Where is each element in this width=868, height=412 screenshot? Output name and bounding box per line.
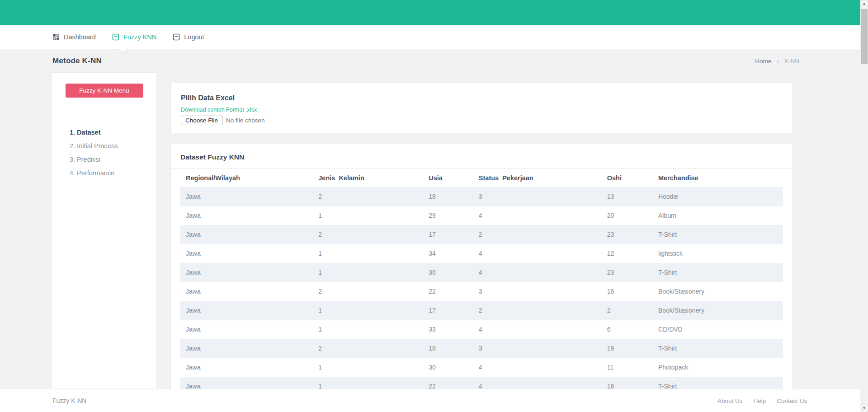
- main-navbar: Dashboard Fuzzy KNN Logout: [0, 25, 868, 49]
- table-cell: 18: [423, 339, 473, 358]
- table-cell: Album: [653, 206, 783, 225]
- table-row: Jawa134412lightstick: [180, 244, 783, 263]
- footer-link-about-us[interactable]: About Us: [717, 398, 743, 404]
- table-cell: Photopack: [653, 358, 783, 377]
- table-cell: 4: [473, 263, 602, 282]
- dataset-table: Regional/Wilayah Jenis_Kelamin Usia Stat…: [180, 169, 783, 396]
- table-cell: 6: [602, 320, 653, 339]
- table-cell: 2: [313, 282, 423, 301]
- breadcrumb-current: K-NN: [784, 58, 799, 65]
- table-cell: 12: [602, 244, 653, 263]
- table-cell: CD/DVD: [653, 320, 783, 339]
- table-cell: Book/Stasionery: [653, 282, 783, 301]
- table-cell: Jawa: [180, 301, 313, 320]
- footer-link-contact-us[interactable]: Contact Us: [777, 398, 807, 404]
- table-cell: 2: [313, 187, 423, 206]
- download-format-link[interactable]: Download contoh Format .xlsx: [181, 107, 257, 113]
- upload-card-title: Pilih Data Excel: [181, 94, 783, 102]
- logout-icon: [173, 33, 180, 41]
- chevron-right-icon: ›: [777, 57, 779, 65]
- app-header-bar: [0, 0, 868, 25]
- scrollbar-up-arrow-icon[interactable]: ▲: [860, 0, 868, 8]
- table-cell: Jawa: [180, 320, 313, 339]
- nav-item-label: Dashboard: [64, 33, 96, 41]
- scrollbar-thumb[interactable]: [861, 9, 868, 64]
- table-cell: 29: [423, 206, 473, 225]
- table-cell: 1: [313, 358, 423, 377]
- table-cell: 3: [473, 282, 602, 301]
- dashboard-grid-icon: [52, 33, 60, 41]
- table-cell: 17: [423, 225, 473, 244]
- choose-file-button[interactable]: Choose File: [181, 116, 222, 125]
- column-header: Jenis_Kelamin: [313, 169, 423, 187]
- dataset-card: Dataset Fuzzy KNN Regional/Wilayah Jenis…: [170, 144, 793, 412]
- sidebar-item-prediksi[interactable]: 3. Prediksi: [52, 153, 156, 166]
- dataset-card-title: Dataset Fuzzy KNN: [171, 144, 793, 169]
- table-cell: 17: [423, 301, 473, 320]
- scrollbar-track[interactable]: ▲ ▼: [860, 0, 868, 412]
- table-cell: T-Shirt: [653, 225, 783, 244]
- table-row: Jawa130411Photopack: [180, 358, 783, 377]
- table-cell: T-Shirt: [653, 263, 783, 282]
- table-cell: 2: [473, 301, 602, 320]
- upload-card: Pilih Data Excel Download contoh Format …: [170, 83, 793, 133]
- table-cell: 4: [473, 206, 602, 225]
- nav-item-logout[interactable]: Logout: [173, 33, 204, 41]
- table-row: Jawa13346CD/DVD: [180, 320, 783, 339]
- table-row: Jawa218319T-Shirt: [180, 339, 783, 358]
- nav-item-fuzzy-knn[interactable]: Fuzzy KNN: [112, 33, 156, 41]
- table-cell: Jawa: [180, 358, 313, 377]
- table-row: Jawa217223T-Shirt: [180, 225, 783, 244]
- table-cell: 4: [473, 320, 602, 339]
- column-header: Status_Pekerjaan: [473, 169, 602, 187]
- table-cell: 1: [313, 301, 423, 320]
- footer-link-help[interactable]: Help: [753, 398, 766, 404]
- breadcrumb: Home › K-NN: [755, 57, 799, 65]
- table-cell: 1: [313, 244, 423, 263]
- table-cell: 13: [602, 187, 653, 206]
- table-cell: 20: [602, 206, 653, 225]
- table-cell: 3: [473, 339, 602, 358]
- table-cell: Hoodie: [653, 187, 783, 206]
- scrollbar-down-arrow-icon[interactable]: ▼: [860, 404, 868, 412]
- sidebar-item-dataset[interactable]: 1. Dataset: [52, 126, 156, 139]
- table-cell: 18: [423, 187, 473, 206]
- table-cell: 1: [313, 320, 423, 339]
- file-chosen-status: No file chosen: [226, 117, 265, 124]
- table-cell: 3: [473, 187, 602, 206]
- table-cell: 36: [423, 263, 473, 282]
- table-row: Jawa222316Book/Stasionery: [180, 282, 783, 301]
- table-cell: lightstick: [653, 244, 783, 263]
- sidebar: Fuzzy K-NN Menu 1. Dataset 2. Initial Pr…: [52, 72, 157, 389]
- table-cell: Jawa: [180, 225, 313, 244]
- breadcrumb-home-link[interactable]: Home: [755, 58, 771, 65]
- table-cell: 19: [602, 339, 653, 358]
- page-title: Metode K-NN: [52, 56, 102, 66]
- table-cell: 22: [423, 282, 473, 301]
- table-cell: 2: [313, 339, 423, 358]
- table-cell: 11: [602, 358, 653, 377]
- column-header: Regional/Wilayah: [180, 169, 313, 187]
- table-cell: 4: [473, 358, 602, 377]
- table-cell: 2: [602, 301, 653, 320]
- page-head: Metode K-NN Home › K-NN: [0, 49, 860, 73]
- nav-item-label: Fuzzy KNN: [123, 33, 156, 41]
- table-header-row: Regional/Wilayah Jenis_Kelamin Usia Stat…: [180, 169, 783, 187]
- table-cell: Jawa: [180, 244, 313, 263]
- sidebar-item-performance[interactable]: 4. Performance: [52, 166, 156, 180]
- table-row: Jawa218313Hoodie: [180, 187, 783, 206]
- table-cell: Jawa: [180, 339, 313, 358]
- table-cell: 1: [313, 206, 423, 225]
- table-cell: 33: [423, 320, 473, 339]
- table-cell: 1: [313, 263, 423, 282]
- nav-item-dashboard[interactable]: Dashboard: [52, 33, 96, 41]
- table-cell: 23: [602, 225, 653, 244]
- dataset-table-wrap: Regional/Wilayah Jenis_Kelamin Usia Stat…: [171, 169, 793, 396]
- fuzzy-knn-menu-button[interactable]: Fuzzy K-NN Menu: [66, 84, 143, 98]
- table-cell: Jawa: [180, 263, 313, 282]
- table-cell: Jawa: [180, 187, 313, 206]
- dataset-table-body: Jawa218313HoodieJawa129420AlbumJawa21722…: [180, 187, 783, 396]
- sidebar-item-initial-process[interactable]: 2. Initial Process: [52, 139, 156, 153]
- table-cell: Jawa: [180, 206, 313, 225]
- table-cell: 30: [423, 358, 473, 377]
